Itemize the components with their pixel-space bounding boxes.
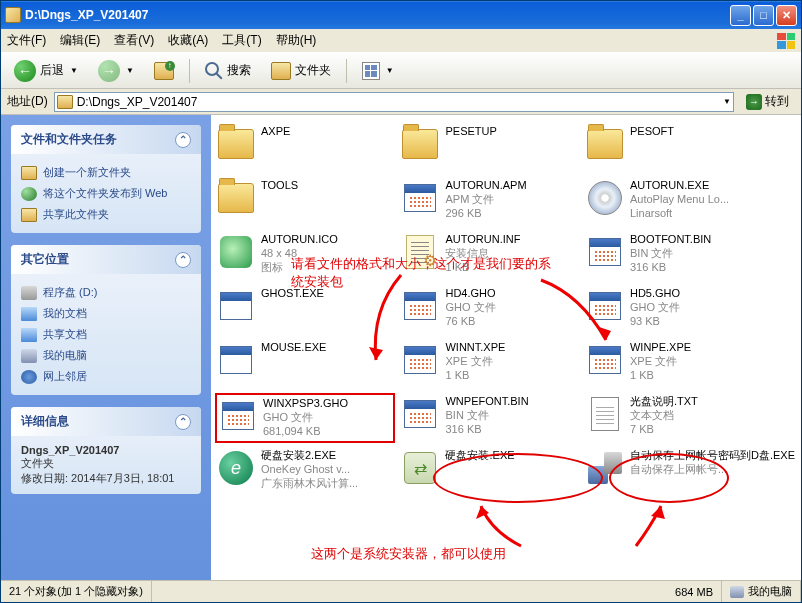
details-header[interactable]: 详细信息 ⌃	[11, 407, 201, 436]
other-header[interactable]: 其它位置 ⌃	[11, 245, 201, 274]
details-title: 详细信息	[21, 413, 69, 430]
file-meta: 自动保存上网帐号...	[630, 463, 795, 477]
file-name: 硬盘安装.EXE	[445, 449, 514, 463]
menubar: 文件(F) 编辑(E) 查看(V) 收藏(A) 工具(T) 帮助(H)	[1, 29, 801, 53]
file-item[interactable]: WNPEFONT.BINBIN 文件316 KB	[399, 393, 580, 443]
bin-icon	[401, 341, 439, 379]
minimize-button[interactable]: _	[730, 5, 751, 26]
views-button[interactable]: ▼	[355, 57, 401, 85]
close-button[interactable]: ✕	[776, 5, 797, 26]
file-name: HD5.GHO	[630, 287, 680, 301]
disk-icon	[586, 179, 624, 217]
file-item[interactable]: AUTORUN.ICO48 x 48图标	[215, 231, 395, 281]
bin-icon	[586, 341, 624, 379]
file-meta: 316 KB	[445, 423, 528, 437]
documents-icon	[21, 307, 37, 321]
forward-button[interactable]: → ▼	[91, 55, 141, 87]
file-name: WINPE.XPE	[630, 341, 691, 355]
file-item[interactable]: HD4.GHOGHO 文件76 KB	[399, 285, 580, 335]
file-meta: 图标	[261, 261, 338, 275]
file-item[interactable]: WINPE.XPEXPE 文件1 KB	[584, 339, 797, 389]
go-icon: →	[746, 94, 762, 110]
mydocs-link[interactable]: 我的文档	[21, 303, 191, 324]
back-button[interactable]: ← 后退 ▼	[7, 55, 85, 87]
annotation-text-2: 这两个是系统安装器，都可以使用	[311, 545, 506, 563]
address-input[interactable]: D:\Dngs_XP_V201407 ▼	[54, 92, 734, 112]
maximize-button[interactable]: □	[753, 5, 774, 26]
file-meta: GHO 文件	[263, 411, 348, 425]
file-item[interactable]: BOOTFONT.BINBIN 文件316 KB	[584, 231, 797, 281]
file-meta: 7 KB	[630, 423, 698, 437]
drive-link[interactable]: 程序盘 (D:)	[21, 282, 191, 303]
gho-icon	[586, 287, 624, 325]
explorer-window: D:\Dngs_XP_V201407 _ □ ✕ 文件(F) 编辑(E) 查看(…	[0, 0, 802, 603]
file-name: WINNT.XPE	[445, 341, 505, 355]
menu-file[interactable]: 文件(F)	[7, 32, 46, 49]
file-name: AUTORUN.APM	[445, 179, 526, 193]
mycomputer-link[interactable]: 我的电脑	[21, 345, 191, 366]
file-item[interactable]: WINXPSP3.GHOGHO 文件681,094 KB	[215, 393, 395, 443]
computer-icon	[21, 349, 37, 363]
file-item[interactable]: TOOLS	[215, 177, 395, 227]
file-name: 硬盘安装2.EXE	[261, 449, 358, 463]
folders-button[interactable]: 文件夹	[264, 57, 338, 85]
new-folder-link[interactable]: 创建一个新文件夹	[21, 162, 191, 183]
separator	[346, 59, 347, 83]
file-name: 光盘说明.TXT	[630, 395, 698, 409]
collapse-icon[interactable]: ⌃	[175, 132, 191, 148]
sidebar: 文件和文件夹任务 ⌃ 创建一个新文件夹 将这个文件夹发布到 Web 共享此文件夹…	[1, 115, 211, 580]
file-item[interactable]: WINNT.XPEXPE 文件1 KB	[399, 339, 580, 389]
gho-icon	[219, 397, 257, 435]
up-button[interactable]	[147, 57, 181, 85]
file-area[interactable]: AXPEPESETUPPESOFTTOOLSAUTORUN.APMAPM 文件2…	[211, 115, 801, 580]
go-button[interactable]: → 转到	[740, 91, 795, 112]
file-item[interactable]: e硬盘安装2.EXEOneKey Ghost v...广东雨林木风计算...	[215, 447, 395, 497]
back-label: 后退	[40, 62, 64, 79]
search-button[interactable]: 搜索	[198, 57, 258, 85]
file-item[interactable]: AXPE	[215, 123, 395, 173]
status-location: 我的电脑	[722, 581, 801, 602]
file-item[interactable]: AUTORUN.INF安装信息1 KB	[399, 231, 580, 281]
file-meta: 681,094 KB	[263, 425, 348, 439]
file-item[interactable]: 光盘说明.TXT文本文档7 KB	[584, 393, 797, 443]
menu-view[interactable]: 查看(V)	[114, 32, 154, 49]
forward-icon: →	[98, 60, 120, 82]
gho-icon	[401, 287, 439, 325]
folder-icon	[586, 125, 624, 163]
file-item[interactable]: AUTORUN.APMAPM 文件296 KB	[399, 177, 580, 227]
svg-marker-3	[651, 506, 665, 519]
folders-label: 文件夹	[295, 62, 331, 79]
file-item[interactable]: ⇄硬盘安装.EXE	[399, 447, 580, 497]
dropdown-icon: ▼	[70, 66, 78, 75]
dropdown-icon[interactable]: ▼	[723, 97, 731, 106]
file-name: GHOST.EXE	[261, 287, 324, 301]
file-meta: 76 KB	[445, 315, 495, 329]
folder-icon	[217, 179, 255, 217]
file-item[interactable]: GHOST.EXE	[215, 285, 395, 335]
menu-edit[interactable]: 编辑(E)	[60, 32, 100, 49]
file-meta: Linarsoft	[630, 207, 729, 221]
dropdown-icon: ▼	[126, 66, 134, 75]
menu-help[interactable]: 帮助(H)	[276, 32, 317, 49]
menu-favorites[interactable]: 收藏(A)	[168, 32, 208, 49]
network-link[interactable]: 网上邻居	[21, 366, 191, 387]
file-item[interactable]: AUTORUN.EXEAutoPlay Menu Lo...Linarsoft	[584, 177, 797, 227]
titlebar[interactable]: D:\Dngs_XP_V201407 _ □ ✕	[1, 1, 801, 29]
collapse-icon[interactable]: ⌃	[175, 414, 191, 430]
file-item[interactable]: 自动保存上网帐号密码到D盘.EXE自动保存上网帐号...	[584, 447, 797, 497]
file-item[interactable]: MOUSE.EXE	[215, 339, 395, 389]
file-item[interactable]: PESOFT	[584, 123, 797, 173]
share-link[interactable]: 共享此文件夹	[21, 204, 191, 225]
file-name: AXPE	[261, 125, 290, 139]
file-item[interactable]: HD5.GHOGHO 文件93 KB	[584, 285, 797, 335]
status-size: 684 MB	[667, 581, 722, 602]
app-icon	[217, 341, 255, 379]
menu-tools[interactable]: 工具(T)	[222, 32, 261, 49]
shared-link[interactable]: 共享文档	[21, 324, 191, 345]
file-item[interactable]: PESETUP	[399, 123, 580, 173]
publish-link[interactable]: 将这个文件夹发布到 Web	[21, 183, 191, 204]
file-meta: 93 KB	[630, 315, 680, 329]
tasks-header[interactable]: 文件和文件夹任务 ⌃	[11, 125, 201, 154]
file-name: AUTORUN.EXE	[630, 179, 729, 193]
collapse-icon[interactable]: ⌃	[175, 252, 191, 268]
